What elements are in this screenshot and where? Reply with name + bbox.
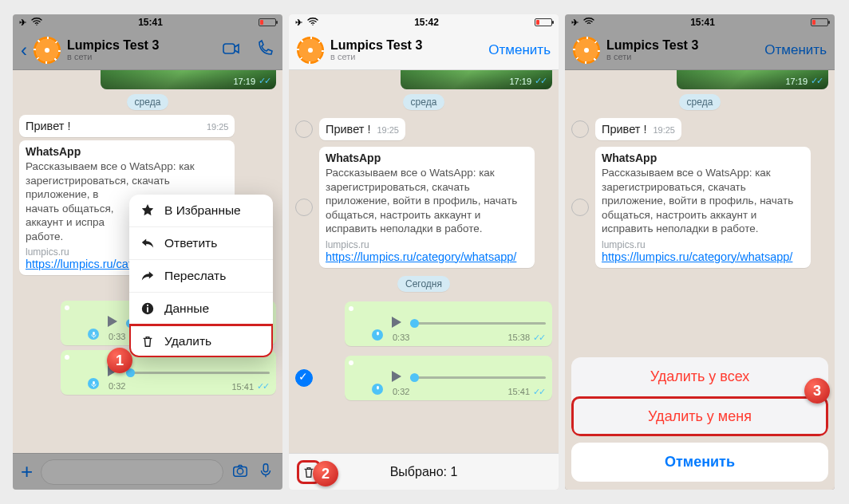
date-pill: среда	[679, 94, 721, 110]
action-sheet: Удалить у всех Удалить у меня Отменить	[571, 357, 828, 482]
select-circle[interactable]	[571, 199, 589, 216]
menu-delete[interactable]: Удалить	[129, 325, 273, 357]
battery-icon	[259, 18, 276, 26]
avatar[interactable]	[297, 37, 324, 64]
image-message[interactable]: 17:19✓✓	[401, 70, 552, 89]
delete-for-everyone[interactable]: Удалить у всех	[571, 357, 828, 396]
image-message[interactable]: 17:19✓✓	[101, 70, 276, 89]
step-badge-1: 1	[107, 348, 132, 373]
voice-msg-2[interactable]: 0:3215:41✓✓	[345, 356, 552, 400]
image-message[interactable]: 17:19✓✓	[677, 70, 828, 89]
play-icon[interactable]	[104, 313, 120, 333]
msg-hi[interactable]: Привет !19:25	[595, 118, 681, 140]
delete-for-me[interactable]: Удалить у меня	[571, 396, 828, 436]
msg-hi[interactable]: Привет !19:25	[319, 118, 405, 140]
select-circle[interactable]	[571, 120, 589, 138]
mic-icon	[372, 384, 383, 395]
avatar[interactable]	[34, 37, 61, 64]
step-badge-2: 2	[313, 461, 338, 486]
phone-2: ✈︎ 15:42 Lumpics Test 3 в сети Отменить …	[289, 14, 559, 490]
date-pill: среда	[403, 94, 445, 110]
context-menu: В Избранные Ответить Переслать Данные Уд…	[129, 195, 273, 357]
select-circle-checked[interactable]	[295, 369, 313, 387]
voice-msg-1[interactable]: 0:3315:38✓✓	[345, 301, 552, 346]
chat-body: 17:19✓✓ среда Привет !19:25 WhatsApp Рас…	[289, 70, 559, 453]
wifi-icon	[307, 17, 318, 28]
battery-icon	[535, 18, 552, 26]
selected-count: Выбрано: 1	[390, 465, 458, 479]
read-ticks-icon: ✓✓	[257, 381, 268, 392]
menu-info[interactable]: Данные	[129, 292, 273, 325]
read-ticks-icon: ✓✓	[535, 76, 546, 86]
msg-hi[interactable]: Привет !19:25	[19, 115, 235, 137]
svg-rect-1	[93, 332, 95, 336]
status-bar: ✈︎ 15:42	[289, 14, 559, 30]
mic-icon	[88, 378, 99, 389]
select-circle[interactable]	[295, 199, 313, 216]
svg-rect-2	[93, 381, 95, 385]
menu-favorite[interactable]: В Избранные	[129, 195, 273, 226]
play-icon[interactable]	[388, 314, 404, 333]
preview-link[interactable]: https://lumpics.ru/category/whatsapp/	[602, 250, 792, 263]
svg-rect-9	[377, 332, 379, 336]
svg-rect-10	[377, 386, 379, 390]
sheet-cancel[interactable]: Отменить	[571, 443, 828, 482]
preview-link[interactable]: https://lumpics.ru/category/whatsapp/	[326, 250, 516, 263]
play-icon[interactable]	[388, 368, 404, 388]
mic-icon	[372, 329, 383, 341]
airplane-icon: ✈︎	[295, 18, 302, 28]
msg-preview[interactable]: WhatsApp Рассказываем все о WatsApp: как…	[319, 147, 535, 268]
menu-forward[interactable]: Переслать	[129, 259, 273, 292]
phone-1: ✈︎ 15:41 ‹ Lumpics Test 3 в сети 17:19✓✓…	[13, 14, 282, 490]
cancel-button[interactable]: Отменить	[488, 42, 551, 58]
svg-point-8	[147, 305, 148, 306]
date-pill-today: Сегодня	[397, 276, 450, 292]
step-badge-3: 3	[804, 378, 830, 404]
mic-icon	[88, 329, 99, 340]
battery-icon	[811, 18, 828, 26]
read-ticks-icon: ✓✓	[259, 76, 270, 86]
chat-header: Lumpics Test 3 в сети Отменить	[289, 30, 559, 70]
phone-3: ✈︎ 15:41 Lumpics Test 3 в сети Отменить …	[565, 14, 835, 490]
svg-rect-7	[147, 307, 148, 312]
avatar[interactable]	[573, 37, 600, 64]
msg-preview[interactable]: WhatsApp Рассказываем все о WatsApp: как…	[595, 147, 811, 268]
chat-title[interactable]: Lumpics Test 3 в сети	[330, 38, 482, 62]
clock: 15:42	[414, 17, 439, 28]
menu-reply[interactable]: Ответить	[129, 226, 273, 259]
select-circle[interactable]	[295, 120, 313, 138]
date-pill: среда	[127, 94, 169, 110]
